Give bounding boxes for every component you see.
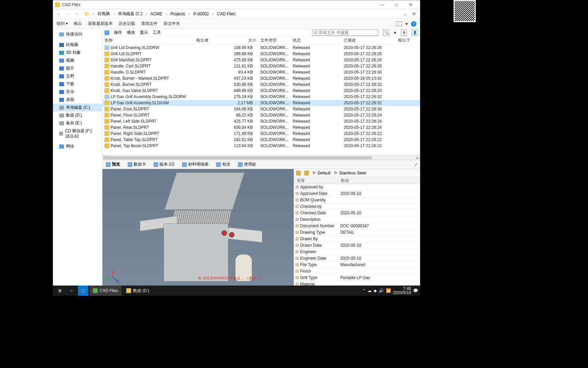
refresh-button[interactable]: ⟳: [410, 10, 418, 18]
col-size[interactable]: 大小: [232, 36, 258, 45]
filter-button[interactable]: ⚙: [401, 30, 407, 36]
tray-up-icon[interactable]: ⌃: [362, 288, 365, 293]
checkout-button[interactable]: 检出: [74, 21, 82, 27]
clock[interactable]: 7:46 2020/5/18: [393, 287, 411, 295]
tray-cloud-icon[interactable]: ☁: [368, 288, 372, 293]
3d-viewer[interactable]: XYZ 在 SOLIDWORKS 中激活 。（更多...）: [102, 169, 294, 288]
edit-menu[interactable]: 修改: [127, 30, 135, 35]
col-name[interactable]: 名称: [102, 36, 194, 45]
sidebar-item[interactable]: 桌面: [53, 96, 102, 104]
file-row[interactable]: Panel, Door.SLDPRT164.06 KBSOLIDWORK...R…: [102, 106, 420, 112]
tab-whereused[interactable]: 使用处: [236, 161, 258, 168]
breadcrumb[interactable]: 📁›此电脑›本地磁盘 (C:)›ACME›Projects›P-00002›CA…: [82, 10, 238, 17]
file-row[interactable]: Handle, Cart.SLDPRT121.61 KBSOLIDWORK...…: [102, 63, 420, 69]
file-row[interactable]: Panel, Top Bezel.SLDPRT113.54 KBSOLIDWOR…: [102, 143, 420, 149]
back-button[interactable]: ←: [55, 10, 63, 18]
col-checkedto[interactable]: 检出于: [396, 36, 420, 45]
scroll-thumb[interactable]: [103, 156, 372, 159]
property-row[interactable]: Drawn Date2020-05-10: [294, 242, 420, 249]
task-cadfiles[interactable]: CAD Files: [89, 286, 121, 296]
properties-list[interactable]: Approved byApproved Date2020-05-10BOM Qu…: [294, 184, 420, 288]
sidebar-item[interactable]: 文档: [53, 72, 102, 80]
expand-button[interactable]: ⤢: [414, 162, 418, 167]
history-button[interactable]: 历史记载: [119, 21, 135, 27]
crumb-item[interactable]: Projects: [169, 11, 186, 17]
col-modified[interactable]: 已修改: [342, 36, 396, 45]
horizontal-scrollbar[interactable]: ◂ ▸: [102, 155, 420, 160]
sidebar-item[interactable]: CD 驱动器 (F:) 16.0.42: [53, 127, 102, 140]
crumb-item[interactable]: CAD Files: [216, 11, 237, 17]
minimize-button[interactable]: —: [375, 1, 389, 9]
viewer-message[interactable]: 在 SOLIDWORKS 中激活 。（更多...）: [198, 276, 263, 281]
file-row[interactable]: LP Gas Grill Assembly.SLDASM2.17 MBSOLID…: [102, 100, 420, 106]
file-row[interactable]: Handle, D.SLDPRT93.4 KBSOLIDWORK...Relea…: [102, 69, 420, 75]
crumb-item[interactable]: 本地磁盘 (C:): [117, 10, 144, 17]
sidebar-item[interactable]: 此电脑: [53, 41, 102, 49]
operations-menu[interactable]: 操作: [114, 30, 122, 35]
property-row[interactable]: File TypeManufactured: [294, 262, 420, 268]
property-row[interactable]: Finish: [294, 268, 420, 275]
property-row[interactable]: BOM Quantity: [294, 197, 420, 203]
property-row[interactable]: Engineer Date2020-05-10: [294, 255, 420, 262]
maximize-button[interactable]: □: [389, 1, 404, 9]
search-box[interactable]: [312, 30, 378, 36]
tray-volume-icon[interactable]: 🔊: [379, 288, 384, 293]
crumb-item[interactable]: 此电脑: [96, 10, 111, 17]
file-row[interactable]: Grill Lid.SLDPRT286.66 KBSOLIDWORK...Rel…: [102, 51, 420, 57]
property-row[interactable]: Grill TypePortable LP Gas: [294, 275, 420, 281]
close-button[interactable]: ✕: [404, 1, 418, 9]
sidebar-item[interactable]: 图片: [53, 64, 102, 72]
tab-preview[interactable]: 预览: [104, 161, 121, 168]
sidebar-item[interactable]: 网络: [53, 142, 102, 150]
property-row[interactable]: Drawing TypeDETAIL: [294, 229, 420, 236]
sidebar-item[interactable]: 数据 (D:): [53, 111, 102, 119]
file-row[interactable]: Knob, Burner - Marked.SLDPRT437.23 KBSOL…: [102, 75, 420, 81]
config-default[interactable]: Default: [317, 171, 330, 175]
tray-wifi-icon[interactable]: 📶: [386, 288, 391, 293]
file-row[interactable]: LP Gas Grill Assembly Drawing.SLDDRW275.…: [102, 94, 420, 100]
forward-button[interactable]: →: [64, 10, 71, 18]
notifications-button[interactable]: 💬: [413, 288, 418, 293]
property-row[interactable]: Document NumberDOC-00000347: [294, 223, 420, 229]
crumb-item[interactable]: ACME: [149, 11, 164, 17]
property-row[interactable]: Checked Date2020-05-10: [294, 210, 420, 216]
col-filetype[interactable]: 文件类型: [258, 36, 291, 45]
crumb-item[interactable]: P-00002: [192, 11, 210, 17]
tab-version[interactable]: 版本 2/2: [152, 161, 176, 168]
property-row[interactable]: Engineer: [294, 249, 420, 255]
tab-contains[interactable]: 包含: [215, 161, 232, 168]
col-state[interactable]: 状态: [291, 36, 342, 45]
file-row[interactable]: Panel, Rear.SLDPRT656.04 KBSOLIDWORK...R…: [102, 124, 420, 131]
sidebar-item[interactable]: 本地磁盘 (C:): [53, 104, 102, 111]
property-row[interactable]: Drawn By: [294, 236, 420, 242]
view-dropdown[interactable]: ▾: [406, 21, 408, 26]
taskview-button[interactable]: ▢: [78, 286, 88, 296]
cortana-button[interactable]: ○: [66, 286, 77, 296]
viewfile-button[interactable]: 查阅文件: [141, 21, 158, 27]
view-mode-button[interactable]: [396, 21, 402, 26]
search-button[interactable]: 🔍: [383, 30, 389, 36]
file-list[interactable]: 名称 检出者 大小 文件类型 状态 已修改 检出于 Grill Lid Draw…: [102, 36, 420, 155]
display-menu[interactable]: 显示: [140, 30, 148, 35]
up-button[interactable]: ↑: [73, 10, 80, 18]
file-row[interactable]: Knob, Burner.SLDPRT530.86 KBSOLIDWORK...…: [102, 81, 420, 88]
property-row[interactable]: Checked by: [294, 203, 420, 210]
file-row[interactable]: Knob, Gas Valve.SLDPRT449.66 KBSOLIDWORK…: [102, 88, 420, 94]
file-row[interactable]: Grill Lid Drawing.SLDDRW108.95 KBSOLIDWO…: [102, 45, 420, 51]
tab-bom[interactable]: 材料明细表: [181, 161, 210, 168]
organize-button[interactable]: 组织 ▾: [56, 21, 68, 27]
tray-app-icon[interactable]: ◆: [374, 288, 377, 293]
search-dropdown[interactable]: ▾: [394, 30, 396, 35]
file-row[interactable]: Panel, Right Side.SLDPRT171.99 KBSOLIDWO…: [102, 131, 420, 137]
sidebar-item[interactable]: 下载: [53, 80, 102, 88]
property-row[interactable]: Description: [294, 216, 420, 223]
scroll-right-button[interactable]: ▸: [415, 155, 420, 160]
help-button[interactable]: ?: [411, 21, 416, 27]
sidebar-item[interactable]: 备份 (E:): [53, 119, 102, 127]
sidebar-item[interactable]: 快速访问: [53, 30, 102, 38]
property-row[interactable]: Approved by: [294, 184, 420, 190]
task-data-d[interactable]: 数据 (D:): [123, 286, 152, 296]
config-stainless[interactable]: Stainless Steel: [339, 171, 366, 175]
file-row[interactable]: Grill Manifold.SLDPRT475.88 KBSOLIDWORK.…: [102, 57, 420, 63]
user-button[interactable]: 👤: [412, 30, 418, 36]
